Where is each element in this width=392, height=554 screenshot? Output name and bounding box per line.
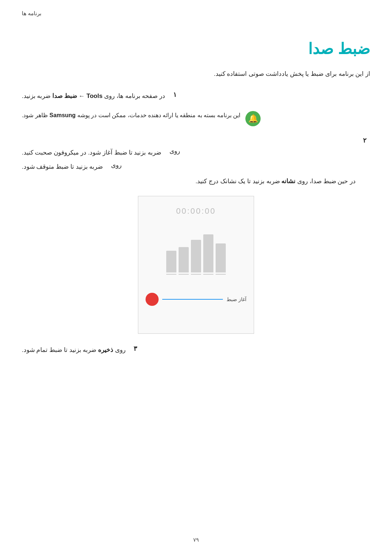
main-content: ضبط صدا از این برنامه برای ضبط یا پخش یا… <box>0 0 392 394</box>
waveform-baseline <box>138 274 254 275</box>
sub-step-2: روی ضربه بزنید تا ضبط متوقف شود. <box>22 161 341 173</box>
step-3: ٣ روی ذخیره ضربه بزنید تا ضبط تمام شود. <box>22 345 370 356</box>
step-2-header-line: ٢ <box>22 136 370 144</box>
baseline-2 <box>203 274 213 275</box>
baseline-1 <box>216 274 226 275</box>
record-button[interactable] <box>146 293 159 306</box>
step-1-line: ١ در صفحه برنامه ها، روی Tools ← ضبط صدا… <box>22 91 370 102</box>
screen-timer: 00:00:00 <box>138 196 254 222</box>
step-1: ١ در صفحه برنامه ها، روی Tools ← ضبط صدا… <box>22 91 370 102</box>
bell-icon: 🔔 <box>248 115 258 123</box>
page-number: ٧٩ <box>193 537 199 543</box>
page-header: برنامه ها <box>22 10 41 17</box>
note-box: 🔔 این برنامه بسته به منطقه یا ارائه دهند… <box>22 110 370 126</box>
baseline-3 <box>191 274 201 275</box>
step-3-number: ٣ <box>130 345 141 353</box>
baseline-5 <box>166 274 176 275</box>
step-1-number: ١ <box>170 91 180 99</box>
waveform-bar-1 <box>216 243 226 272</box>
page-title: ضبط صدا <box>22 40 370 58</box>
waveform-area <box>138 222 254 272</box>
note-icon: 🔔 <box>245 111 261 126</box>
step-1-text: در صفحه برنامه ها، روی Tools ← ضبط صدا ض… <box>22 91 165 102</box>
waveform-bar-3 <box>191 240 201 272</box>
note-text: این برنامه بسته به منطقه یا ارائه دهنده … <box>22 110 240 121</box>
intro-text: از این برنامه برای ضبط یا پخش یادداشت صو… <box>22 69 370 80</box>
screen-bottom-area: آغاز ضبط <box>138 282 254 315</box>
screenshot-container: 00:00:00 آغاز ضبط <box>22 196 370 334</box>
sub-step-2-text: ضربه بزنید تا ضبط متوقف شود. <box>22 161 103 173</box>
waveform-bar-5 <box>166 251 176 272</box>
waveform-bar-4 <box>179 247 189 272</box>
sub-step-2-label: روی <box>107 161 122 169</box>
baseline-4 <box>179 274 189 275</box>
record-line <box>162 299 223 300</box>
step-2: ٢ روی ضربه بزنید تا ضبط آغاز شود. در میک… <box>22 136 370 187</box>
sub-steps: روی ضربه بزنید تا ضبط آغاز شود. در میکرو… <box>22 147 341 172</box>
record-label: آغاز ضبط <box>226 296 246 302</box>
step-3-line: ٣ روی ذخیره ضربه بزنید تا ضبط تمام شود. <box>22 345 370 356</box>
step-3-text: روی ذخیره ضربه بزنید تا ضبط تمام شود. <box>22 345 126 356</box>
page-footer: ٧٩ <box>0 537 392 543</box>
screenshot-box: 00:00:00 آغاز ضبط <box>138 196 254 334</box>
header-text: برنامه ها <box>22 10 41 16</box>
step-2-number: ٢ <box>359 136 370 144</box>
sub-step-1-label: روی <box>166 147 180 155</box>
screenshot-caption: در حین ضبط صدا، روی نشانه ضربه بزنید تا … <box>22 176 356 187</box>
sub-step-1-text: ضربه بزنید تا ضبط آغاز شود. در میکروفون … <box>22 147 161 159</box>
waveform-bar-2 <box>203 234 213 272</box>
sub-step-1: روی ضربه بزنید تا ضبط آغاز شود. در میکرو… <box>22 147 341 159</box>
